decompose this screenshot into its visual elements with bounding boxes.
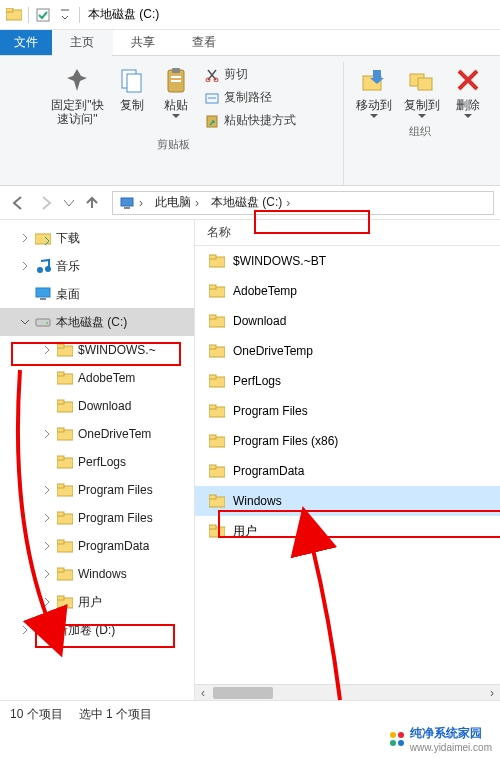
cut-icon (204, 67, 220, 83)
scroll-right-button[interactable]: › (484, 685, 500, 700)
file-row[interactable]: AdobeTemp (195, 276, 500, 306)
svg-rect-42 (57, 568, 64, 572)
file-row[interactable]: Program Files (195, 396, 500, 426)
qat-dropdown-icon[interactable] (55, 6, 75, 24)
tab-home[interactable]: 主页 (52, 30, 113, 55)
file-row[interactable]: ProgramData (195, 456, 500, 486)
address-path[interactable]: › 此电脑› 本地磁盘 (C:)› (112, 191, 494, 215)
file-name: $WINDOWS.~BT (233, 254, 326, 268)
expand-icon[interactable] (42, 541, 56, 551)
tree-item-label: 用户 (78, 594, 102, 611)
svg-rect-44 (57, 596, 64, 600)
crumb-drive[interactable]: 本地磁盘 (C:)› (207, 194, 298, 211)
file-row[interactable]: PerfLogs (195, 366, 500, 396)
organize-group-label: 组织 (409, 120, 431, 143)
tree-item-label: 下载 (56, 230, 80, 247)
scroll-thumb[interactable] (213, 687, 273, 699)
nav-tree[interactable]: 下载音乐桌面本地磁盘 (C:)$WINDOWS.~AdobeTemDownloa… (0, 220, 195, 700)
nav-up-button[interactable] (80, 191, 104, 215)
titlebar: 本地磁盘 (C:) (0, 0, 500, 30)
tree-item[interactable]: 新加卷 (D:) (0, 616, 194, 644)
tree-item[interactable]: Program Files (0, 504, 194, 532)
scroll-left-button[interactable]: ‹ (195, 685, 211, 700)
file-row[interactable]: Windows (195, 486, 500, 516)
file-name: AdobeTemp (233, 284, 297, 298)
file-row[interactable]: OneDriveTemp (195, 336, 500, 366)
tab-view[interactable]: 查看 (174, 30, 235, 55)
paste-button[interactable]: 粘贴 (154, 62, 198, 120)
copyto-button[interactable]: 复制到 (398, 62, 446, 120)
svg-rect-66 (209, 525, 216, 529)
column-header-name[interactable]: 名称 (195, 220, 500, 246)
tree-item[interactable]: Windows (0, 560, 194, 588)
qat-checkbox-icon[interactable] (33, 6, 53, 24)
pin-icon (61, 64, 93, 96)
tree-item[interactable]: $WINDOWS.~ (0, 336, 194, 364)
expand-icon[interactable] (42, 485, 56, 495)
expand-icon[interactable] (20, 625, 34, 635)
tree-item[interactable]: PerfLogs (0, 448, 194, 476)
file-row[interactable]: $WINDOWS.~BT (195, 246, 500, 276)
pasteshortcut-button[interactable]: 粘贴快捷方式 (202, 110, 298, 131)
expand-icon[interactable] (20, 261, 34, 271)
window-title: 本地磁盘 (C:) (88, 6, 159, 23)
copy-button[interactable]: 复制 (110, 62, 154, 114)
svg-point-70 (398, 740, 404, 746)
nav-forward-button[interactable] (34, 191, 58, 215)
svg-point-69 (390, 740, 396, 746)
svg-point-68 (398, 732, 404, 738)
tree-item[interactable]: 下载 (0, 224, 194, 252)
file-row[interactable]: 用户 (195, 516, 500, 546)
tree-item[interactable]: 桌面 (0, 280, 194, 308)
tree-item[interactable]: 本地磁盘 (C:) (0, 308, 194, 336)
tree-item[interactable]: OneDriveTem (0, 420, 194, 448)
horizontal-scrollbar[interactable]: ‹ › (195, 684, 500, 700)
expand-icon[interactable] (20, 233, 34, 243)
svg-rect-40 (57, 540, 64, 544)
folder-icon (56, 537, 74, 555)
folder-icon (207, 491, 227, 511)
copy-icon (116, 64, 148, 96)
tree-item[interactable]: AdobeTem (0, 364, 194, 392)
tree-item[interactable]: Download (0, 392, 194, 420)
expand-icon[interactable] (42, 597, 56, 607)
expand-icon[interactable] (42, 513, 56, 523)
tab-share[interactable]: 共享 (113, 30, 174, 55)
file-name: PerfLogs (233, 374, 281, 388)
tree-item-label: Program Files (78, 511, 153, 525)
expand-icon[interactable] (42, 345, 56, 355)
status-item-count: 10 个项目 (10, 706, 63, 723)
svg-rect-4 (127, 74, 141, 92)
tree-item[interactable]: Program Files (0, 476, 194, 504)
tree-item[interactable]: ProgramData (0, 532, 194, 560)
expand-icon[interactable] (42, 569, 56, 579)
folder-icon (207, 371, 227, 391)
file-list[interactable]: 名称 $WINDOWS.~BTAdobeTempDownloadOneDrive… (195, 220, 500, 700)
delete-button[interactable]: 删除 (446, 62, 490, 120)
folder-icon (207, 431, 227, 451)
nav-back-button[interactable] (6, 191, 30, 215)
expand-icon[interactable] (42, 429, 56, 439)
file-name: Windows (233, 494, 282, 508)
tree-item[interactable]: 音乐 (0, 252, 194, 280)
tree-item-label: Program Files (78, 483, 153, 497)
folder-icon (56, 593, 74, 611)
svg-rect-38 (57, 512, 64, 516)
moveto-button[interactable]: 移动到 (350, 62, 398, 120)
folder-icon (207, 521, 227, 541)
tree-item-label: AdobeTem (78, 371, 135, 385)
tree-item[interactable]: 用户 (0, 588, 194, 616)
cut-button[interactable]: 剪切 (202, 64, 298, 85)
copypath-button[interactable]: 复制路径 (202, 87, 298, 108)
folder-blue-icon (34, 229, 52, 247)
tab-file[interactable]: 文件 (0, 30, 52, 55)
file-row[interactable]: Program Files (x86) (195, 426, 500, 456)
svg-point-24 (46, 322, 48, 324)
pin-quickaccess-button[interactable]: 固定到"快 速访问" (45, 62, 109, 128)
expand-icon[interactable] (20, 317, 34, 327)
svg-rect-16 (121, 198, 133, 206)
crumb-thispc[interactable]: 此电脑› (151, 194, 207, 211)
tree-item-label: OneDriveTem (78, 427, 151, 441)
file-row[interactable]: Download (195, 306, 500, 336)
nav-recent-button[interactable] (62, 191, 76, 215)
